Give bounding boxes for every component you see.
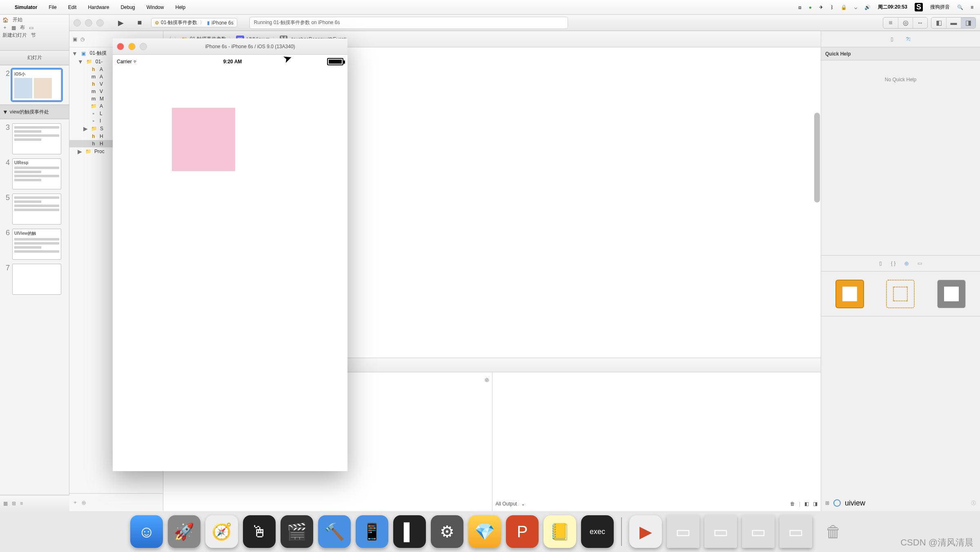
console-scope[interactable]: All Output	[496, 501, 517, 507]
add-slide-icon[interactable]: ＋	[2, 24, 7, 31]
lock-icon[interactable]: 🔒	[841, 4, 847, 10]
pink-view[interactable]	[172, 108, 235, 171]
filter-icon[interactable]: ◎	[485, 377, 489, 383]
panel-toggle-segment[interactable]: ◧▬◨	[931, 17, 976, 29]
disclosure-icon: ▼	[2, 109, 8, 115]
simulator-titlebar[interactable]: iPhone 6s - iPhone 6s / iOS 9.0 (13A340)	[113, 38, 347, 55]
slide-thumbnail[interactable]	[12, 264, 61, 295]
dock[interactable]: ☺ 🚀 🧭 🖱 🎬 🔨 📱 ▌ ⚙ 💎 P 📒 exec ▶ ▭ ▭ ▭ ▭ 🗑	[0, 511, 980, 552]
add-icon[interactable]: ＋	[73, 499, 78, 506]
clear-icon[interactable]: ⓧ	[971, 500, 976, 507]
grid-view-icon[interactable]: ⊞	[12, 501, 16, 506]
stop-button[interactable]: ■	[132, 17, 147, 29]
dock-stack-1[interactable]: ▭	[667, 515, 699, 548]
thumb-view-icon[interactable]: ▦	[3, 501, 8, 506]
ime-label[interactable]: 搜狗拼音	[930, 4, 950, 11]
slide-item[interactable]: 4UIResp	[2, 158, 67, 189]
editor-scrollbar[interactable]	[814, 113, 820, 203]
dock-xcode[interactable]: 🔨	[318, 515, 351, 548]
section-icon[interactable]: ▭	[29, 25, 33, 31]
quickhelp-inspector-icon[interactable]: ?⃝	[906, 36, 910, 42]
slide-item[interactable]: 2 iOS小	[2, 69, 67, 100]
library-filter-input[interactable]	[845, 499, 967, 507]
dock-stack-3[interactable]: ▭	[742, 515, 775, 548]
library-tabs[interactable]: ▯ { } ◎ ▭	[821, 255, 980, 272]
dock-stack-2[interactable]: ▭	[704, 515, 737, 548]
airplane-icon[interactable]: ✈︎	[819, 4, 823, 10]
outline-section[interactable]: ▼view的触摸事件处	[0, 105, 69, 119]
library-item-view-controller[interactable]	[835, 280, 864, 308]
filter-scope-icon[interactable]	[833, 499, 841, 507]
file-template-icon[interactable]: ▯	[879, 260, 882, 266]
menu-help[interactable]: Help	[175, 4, 185, 10]
grid-icon[interactable]: ⊞	[825, 500, 829, 506]
slide-thumbnail[interactable]: iOS小	[12, 69, 61, 100]
dock-powerpoint[interactable]: P	[506, 515, 539, 548]
layout-icon[interactable]: ▦	[11, 25, 16, 31]
clock[interactable]: 周二09:20:53	[878, 4, 907, 11]
menu-hardware[interactable]: Hardware	[88, 4, 109, 10]
library-item-view[interactable]	[937, 280, 966, 308]
dock-media-player[interactable]: ▶	[629, 515, 662, 548]
app-name[interactable]: Simulator	[15, 4, 37, 10]
split-right-icon[interactable]: ◨	[813, 501, 817, 507]
screen-record-icon[interactable]: ⧈	[798, 4, 802, 10]
slides-tab[interactable]: 幻灯片	[0, 51, 69, 65]
slides-list[interactable]: 3 4UIResp 5 6UIView的触 7	[0, 119, 69, 299]
scheme-selector[interactable]: ⚙ 01-触摸事件参数 〉 ▮ iPhone 6s	[151, 18, 237, 27]
slide-item[interactable]: 7	[2, 264, 67, 295]
dock-simulator[interactable]: 📱	[356, 515, 388, 548]
dock-terminal[interactable]: ▌	[393, 515, 426, 548]
trash-icon[interactable]: 🗑	[790, 501, 795, 507]
run-button[interactable]: ▶	[114, 17, 128, 29]
wifi-icon[interactable]: ⌵	[854, 4, 857, 10]
dock-notes[interactable]: 📒	[543, 515, 576, 548]
dock-quicktime[interactable]: 🎬	[281, 515, 313, 548]
slide-item[interactable]: 6UIView的触	[2, 229, 67, 260]
inspector-tabs[interactable]: ▯ ?⃝	[821, 31, 980, 47]
ime-icon[interactable]: S	[915, 3, 923, 11]
object-library-icon[interactable]: ◎	[904, 260, 909, 266]
file-inspector-icon[interactable]: ▯	[891, 36, 893, 42]
home-icon[interactable]: 🏠	[2, 17, 9, 23]
filter-icon[interactable]: ◎	[82, 500, 86, 505]
dock-trash[interactable]: 🗑	[817, 515, 850, 548]
menu-window[interactable]: Window	[147, 4, 164, 10]
dock-finder[interactable]: ☺	[130, 515, 163, 548]
slides-list[interactable]: 2 iOS小	[0, 65, 69, 105]
simulator-window[interactable]: iPhone 6s - iPhone 6s / iOS 9.0 (13A340)…	[113, 38, 347, 471]
object-library[interactable]	[821, 272, 980, 316]
window-controls[interactable]	[74, 19, 104, 27]
dock-sketch[interactable]: 💎	[468, 515, 501, 548]
running-icon[interactable]: ●	[809, 4, 812, 10]
menu-file[interactable]: File	[49, 4, 56, 10]
console-view[interactable]: All Output ⌄ 🗑 | ◧ ◨	[492, 372, 821, 511]
slide-item[interactable]: 5	[2, 194, 67, 225]
dock-mouse-app[interactable]: 🖱	[243, 515, 276, 548]
dock-safari[interactable]: 🧭	[205, 515, 238, 548]
dock-launchpad[interactable]: 🚀	[168, 515, 200, 548]
outline-view-icon[interactable]: ≡	[20, 501, 23, 506]
dock-settings[interactable]: ⚙	[431, 515, 463, 548]
library-item-container[interactable]	[886, 280, 915, 308]
dock-stack-4[interactable]: ▭	[780, 515, 812, 548]
notification-center-icon[interactable]: ≡	[971, 4, 973, 10]
slide-thumbnail[interactable]	[12, 194, 61, 225]
code-snippet-icon[interactable]: { }	[891, 260, 895, 266]
search-icon[interactable]: 🔍	[957, 4, 963, 10]
slide-item[interactable]: 3	[2, 123, 67, 154]
menu-debug[interactable]: Debug	[120, 4, 135, 10]
simulator-screen[interactable]: Carrier ᯤ 9:20 AM	[113, 55, 347, 471]
slide-thumbnail[interactable]: UIView的触	[12, 229, 61, 260]
media-library-icon[interactable]: ▭	[918, 260, 922, 266]
menu-edit[interactable]: Edit	[68, 4, 77, 10]
volume-icon[interactable]: 🔊	[864, 4, 871, 10]
slide-thumbnail[interactable]: UIResp	[12, 158, 61, 189]
window-controls[interactable]	[117, 43, 147, 50]
newslide-label[interactable]: 新建幻灯片	[2, 32, 27, 39]
slide-thumbnail[interactable]	[12, 123, 61, 154]
bluetooth-icon[interactable]: ᛒ	[831, 4, 833, 10]
editor-mode-segment[interactable]: ≡◎↔	[883, 17, 928, 29]
split-left-icon[interactable]: ◧	[804, 501, 809, 507]
dock-exec[interactable]: exec	[581, 515, 614, 548]
